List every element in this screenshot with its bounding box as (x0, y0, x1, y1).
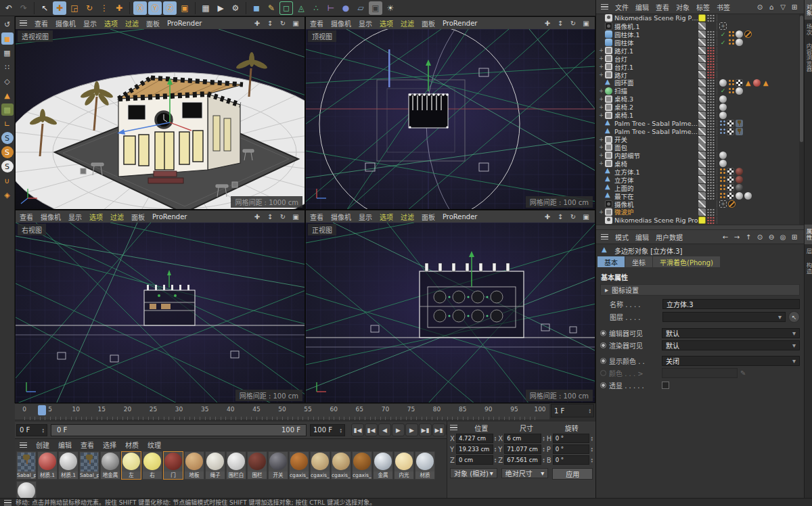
expand-icon[interactable]: + (598, 47, 604, 53)
attribute-menu-1[interactable]: 模式 (615, 232, 629, 242)
rotation-b-field[interactable]: 0 ° (553, 455, 590, 465)
snap-settings[interactable]: S (1, 160, 14, 172)
material-cgaxis_r[interactable]: cgaxis_r (352, 451, 372, 480)
dolly-view-icon[interactable]: ↕ (265, 18, 275, 28)
orbit-view-icon[interactable]: ↻ (568, 18, 578, 28)
viewport-menu-5[interactable]: 过滤 (401, 212, 414, 222)
pencil-tag-icon[interactable] (698, 55, 706, 62)
pencil-tag-icon[interactable] (698, 71, 706, 78)
orangedots-tag-icon[interactable] (728, 79, 734, 87)
material-menu-3[interactable]: 查看 (81, 440, 94, 450)
toggle-view-icon[interactable]: ▣ (581, 212, 591, 221)
forbid-tag-icon[interactable] (744, 30, 752, 38)
attribute-tab-2[interactable]: 坐标 (625, 256, 652, 267)
name-input[interactable]: 立方体.3 (662, 299, 800, 309)
checker-tag-icon[interactable] (727, 168, 734, 175)
size-mode-dropdown[interactable]: 绝对尺寸▾ (501, 468, 549, 478)
deformer[interactable]: ◬ (294, 1, 308, 15)
next-frame[interactable]: ▶ (405, 423, 418, 436)
timeline-playhead[interactable] (38, 405, 46, 415)
frame-spinner[interactable]: ▴▾ (589, 408, 591, 413)
expand-icon[interactable]: + (598, 137, 604, 143)
filter-icon[interactable]: ▽ (778, 2, 788, 12)
top-canvas[interactable] (306, 29, 595, 210)
dots-tag-icon[interactable] (707, 95, 715, 103)
object-row[interactable]: +微波炉 (596, 208, 804, 216)
lock-x-axis[interactable]: Ⓧ (133, 1, 147, 15)
viewport-menu-1[interactable]: 查看 (310, 18, 323, 28)
current-frame-field[interactable]: 1 F ▴▾ (551, 404, 594, 417)
pencil-tag-icon[interactable] (698, 152, 706, 159)
sphere-tag-icon[interactable] (719, 79, 727, 87)
tri-tag-icon[interactable]: ▲ (744, 79, 752, 87)
viewport-top[interactable]: 查看摄像机显示选项过滤面板ProRender✚↕↻▣ (305, 16, 595, 210)
viewport-menu-3[interactable]: 显示 (83, 18, 97, 28)
viewport-front[interactable]: 查看摄像机显示选项过滤面板ProRender✚↕↻▣ (305, 210, 595, 403)
pencil-tag-icon[interactable] (698, 208, 706, 216)
lock-z-axis[interactable]: Ⓩ (163, 1, 177, 15)
right-canvas[interactable] (16, 223, 305, 403)
add-cube-primitive[interactable]: ◼ (250, 1, 263, 15)
orangedots-tag-icon[interactable] (728, 87, 734, 95)
nav-up-icon[interactable]: ↑ (744, 232, 753, 242)
axis-mode[interactable]: ∟ (1, 118, 14, 130)
side-tab-2[interactable]: 场次 (805, 20, 812, 39)
side-tab-3[interactable]: 构造 (805, 258, 812, 278)
home-icon[interactable]: ⌂ (767, 2, 776, 12)
expand-icon[interactable]: + (598, 112, 604, 118)
viewport-menu-6[interactable]: 面板 (146, 18, 160, 28)
dolly-view-icon[interactable]: ↕ (556, 212, 565, 221)
layer-pick-button[interactable]: ↖ (788, 311, 800, 323)
perspective-canvas[interactable] (16, 29, 305, 210)
check-tag-icon[interactable]: ✓ (719, 87, 727, 95)
material-menu-5[interactable]: 材质 (125, 440, 139, 450)
xray-toggle[interactable] (600, 382, 606, 388)
check-tag-icon[interactable]: ✓ (719, 30, 727, 38)
tri-tag-icon[interactable]: ▲ (762, 79, 769, 87)
material-右[interactable]: 右 (142, 451, 162, 480)
menu-icon[interactable] (20, 442, 27, 448)
viewport-menu-7[interactable]: ProRender (152, 213, 187, 221)
menu-icon[interactable] (601, 234, 608, 239)
object-row[interactable]: Palm Tree - Sabal Palmetto 01.1 (596, 119, 804, 127)
menu-icon[interactable] (4, 500, 12, 505)
pencil-tag-icon[interactable] (698, 30, 706, 38)
new-panel-icon[interactable]: ⊞ (790, 232, 799, 242)
lock-icon[interactable]: ⊖ (767, 232, 776, 242)
pencil-tag-icon[interactable] (698, 168, 706, 175)
viewport-menu-7[interactable]: ProRender (443, 213, 477, 221)
expand-icon[interactable]: + (598, 144, 604, 150)
rotate-tool[interactable]: ↻ (83, 1, 96, 15)
pan-view-icon[interactable]: ✚ (252, 18, 262, 28)
sphere-dark-tag-icon[interactable] (736, 176, 743, 183)
bluedots-tag-icon[interactable] (719, 120, 725, 127)
viewport-right[interactable]: 查看摄像机显示选项过滤面板ProRender✚↕↻▣ (15, 210, 305, 403)
material-微波炉[interactable]: 微波炉 (16, 481, 37, 498)
dots-tag-icon[interactable] (707, 160, 715, 167)
sphere-tag-icon[interactable] (719, 112, 727, 119)
material-cgaxis_r[interactable]: cgaxis_r (289, 451, 309, 480)
workplane-mode[interactable]: ▩ (1, 104, 14, 116)
material-地金属[interactable]: 地金属 (100, 451, 120, 480)
floor-sky[interactable]: ▱ (354, 1, 367, 15)
object-manager-menu-5[interactable]: 标签 (696, 2, 710, 12)
sphere-tag-icon[interactable] (744, 192, 752, 200)
pencil-tag-icon[interactable] (698, 176, 706, 183)
light-object[interactable]: ☀ (384, 1, 397, 15)
dolly-view-icon[interactable]: ↕ (265, 212, 275, 221)
dots-tag-icon[interactable] (707, 30, 715, 38)
material-内光[interactable]: 内光 (394, 451, 414, 480)
pencil-tag-icon[interactable] (698, 143, 706, 151)
add-spline[interactable]: ✎ (265, 1, 278, 15)
pencil-tag-icon[interactable] (698, 63, 706, 70)
nav-forward-icon[interactable]: → (732, 232, 742, 242)
material-Sabal_p[interactable]: Sabal_p (79, 451, 99, 480)
render-visibility-dropdown[interactable]: 默认▾ (662, 340, 800, 350)
size-z-field[interactable]: 67.561 cm (504, 455, 541, 465)
render-view[interactable]: ▦ (199, 1, 212, 15)
object-row[interactable]: Nikomedias Scene Rig Pro (596, 216, 804, 224)
material-Sabal_p[interactable]: Sabal_p (16, 451, 37, 480)
render-visibility-toggle[interactable] (600, 342, 606, 348)
display-color-dropdown[interactable]: 关闭▾ (662, 356, 800, 366)
icon-settings-fold[interactable]: ▸图标设置 (600, 284, 800, 296)
